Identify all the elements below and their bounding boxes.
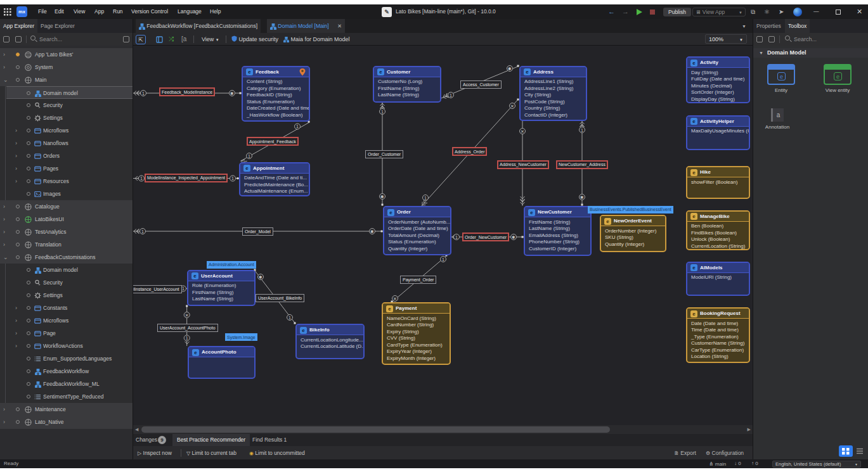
svg-text:✱: ✱	[580, 195, 584, 200]
svg-text:1: 1	[296, 124, 299, 129]
svg-text:✱: ✱	[230, 91, 234, 96]
svg-text:✕: ✕	[185, 313, 189, 317]
svg-text:1: 1	[231, 176, 234, 181]
svg-text:✱: ✱	[508, 67, 512, 71]
svg-text:1: 1	[450, 93, 452, 98]
svg-text:1: 1	[581, 128, 583, 132]
svg-text:1: 1	[455, 235, 458, 239]
svg-text:✱: ✱	[380, 195, 384, 199]
svg-text:✱: ✱	[512, 235, 515, 239]
svg-text:1: 1	[288, 316, 291, 320]
svg-text:1: 1	[140, 176, 143, 181]
svg-text:1: 1	[381, 110, 384, 114]
svg-text:1: 1	[142, 91, 145, 96]
svg-text:✱: ✱	[370, 229, 374, 234]
svg-text:1: 1	[424, 196, 427, 200]
svg-text:✕: ✕	[393, 297, 397, 301]
svg-text:1: 1	[182, 286, 185, 291]
svg-text:✕: ✕	[521, 129, 524, 134]
svg-text:1: 1	[248, 154, 250, 158]
svg-text:✱: ✱	[259, 275, 262, 279]
svg-text:1: 1	[186, 336, 188, 340]
svg-text:1: 1	[442, 257, 444, 262]
svg-text:1: 1	[141, 229, 144, 234]
svg-text:✕: ✕	[510, 104, 514, 108]
